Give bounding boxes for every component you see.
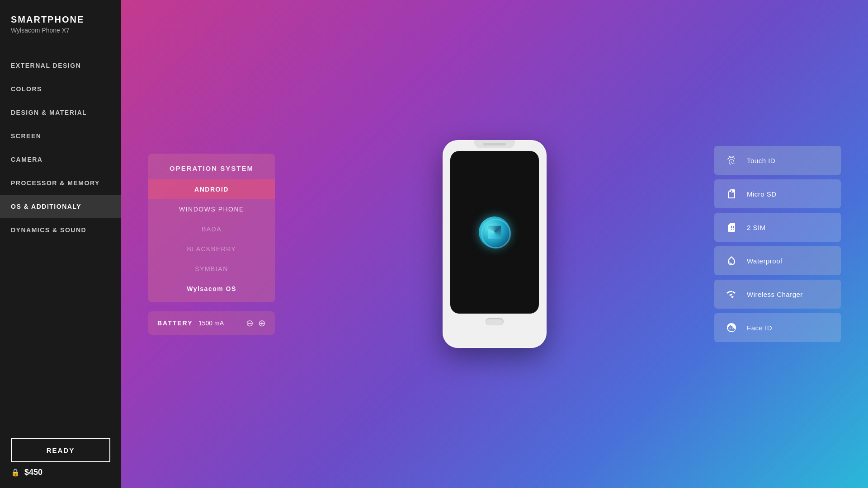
phone-home-button[interactable]: [486, 318, 504, 325]
battery-card: BATTERY 1500 mA ⊖ ⊕: [148, 311, 275, 335]
phone-speaker: [483, 143, 506, 145]
sidebar-brand: SMARTPHONE Wylsacom Phone X7: [0, 0, 121, 47]
battery-label: BATTERY: [157, 319, 193, 327]
os-item-blackberry[interactable]: BLACKBERRY: [148, 239, 275, 259]
price-icon: 🔒: [11, 468, 20, 477]
feature-label-2-sim: 2 SIM: [747, 224, 766, 231]
battery-value: 1500 mA: [198, 319, 224, 327]
os-item-symbian[interactable]: SYMBIAN: [148, 259, 275, 279]
wireless-icon: [723, 286, 740, 302]
os-item-android[interactable]: ANDROID: [148, 179, 275, 199]
feature-item-touch-id[interactable]: Touch ID: [714, 146, 841, 175]
os-card-title: OPERATION SYSTEM: [148, 157, 275, 179]
battery-controls: ⊖ ⊕: [246, 319, 266, 328]
water-icon: [723, 253, 740, 269]
sidebar-item-camera[interactable]: CAMERA: [0, 148, 121, 171]
os-item-windows-phone[interactable]: WINDOWS PHONE: [148, 199, 275, 219]
ready-button[interactable]: READY: [11, 438, 110, 462]
sidebar-nav: EXTERNAL DESIGNCOLORSDESIGN & MATERIALSC…: [0, 47, 121, 427]
sidebar-item-colors[interactable]: COLORS: [0, 77, 121, 101]
battery-decrease-button[interactable]: ⊖: [246, 319, 254, 328]
sidebar-item-dynamics-sound[interactable]: DYNAMICS & SOUND: [0, 218, 121, 242]
battery-increase-button[interactable]: ⊕: [258, 319, 266, 328]
sidebar-item-design-material[interactable]: DESIGN & MATERIAL: [0, 101, 121, 124]
os-item-wylsacom-os[interactable]: Wylsacom OS: [148, 279, 275, 299]
face-icon: [723, 319, 740, 336]
price-value: $450: [24, 468, 42, 477]
left-panel: OPERATION SYSTEM ANDROIDWINDOWS PHONEBAD…: [148, 154, 275, 335]
feature-label-waterproof: Waterproof: [747, 257, 783, 265]
sidebar-item-processor-memory[interactable]: PROCESSOR & MEMORY: [0, 171, 121, 195]
main-area: OPERATION SYSTEM ANDROIDWINDOWS PHONEBAD…: [121, 0, 868, 488]
battery-label-group: BATTERY 1500 mA: [157, 319, 224, 327]
right-panel: Touch IDMicro SD2 SIMWaterproofWireless …: [714, 146, 841, 342]
sidebar: SMARTPHONE Wylsacom Phone X7 EXTERNAL DE…: [0, 0, 121, 488]
sidebar-bottom: READY 🔒 $450: [0, 427, 121, 488]
phone-logo-inner: [482, 220, 508, 245]
phone-device: [443, 140, 547, 348]
feature-label-wireless-charger: Wireless Charger: [747, 291, 803, 298]
feature-label-touch-id: Touch ID: [747, 157, 775, 164]
sidebar-item-os-additionaly[interactable]: OS & ADDITIONALY: [0, 195, 121, 218]
feature-item-2-sim[interactable]: 2 SIM: [714, 213, 841, 242]
price-row: 🔒 $450: [11, 468, 110, 477]
feature-item-micro-sd[interactable]: Micro SD: [714, 179, 841, 208]
feature-label-micro-sd: Micro SD: [747, 190, 777, 198]
fingerprint-icon: [723, 152, 740, 169]
phone-logo: [479, 216, 510, 248]
brand-subtitle: Wylsacom Phone X7: [11, 27, 110, 34]
sim-icon: [723, 219, 740, 235]
phone-screen: [450, 151, 539, 314]
os-item-bada[interactable]: BADA: [148, 219, 275, 239]
feature-label-face-id: Face ID: [747, 324, 772, 332]
sd-card-icon: [723, 186, 740, 202]
feature-item-waterproof[interactable]: Waterproof: [714, 246, 841, 275]
phone-container: [275, 140, 714, 348]
brand-title: SMARTPHONE: [11, 14, 110, 25]
os-card: OPERATION SYSTEM ANDROIDWINDOWS PHONEBAD…: [148, 154, 275, 302]
feature-item-face-id[interactable]: Face ID: [714, 313, 841, 342]
sidebar-item-external-design[interactable]: EXTERNAL DESIGN: [0, 54, 121, 77]
sidebar-item-screen[interactable]: SCREEN: [0, 124, 121, 148]
feature-item-wireless-charger[interactable]: Wireless Charger: [714, 280, 841, 309]
phone-notch: [474, 140, 515, 148]
